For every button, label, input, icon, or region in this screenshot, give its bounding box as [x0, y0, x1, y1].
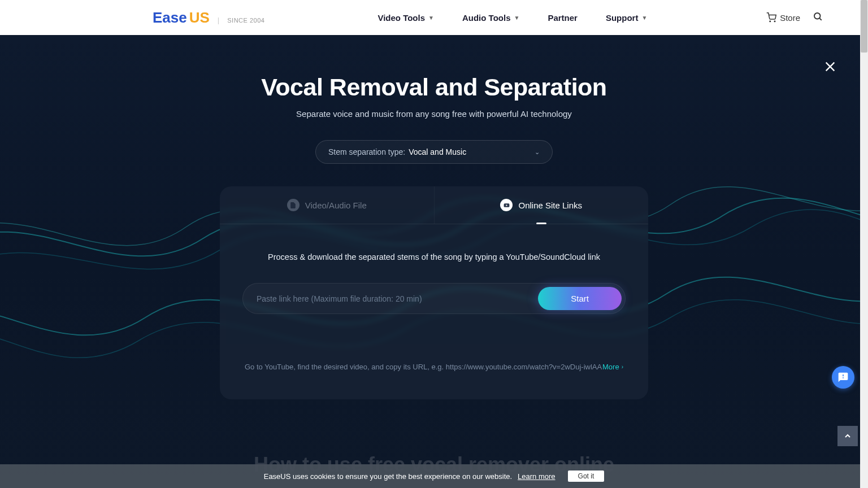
- svg-point-0: [770, 21, 771, 22]
- chat-help-icon: [837, 372, 849, 383]
- video-site-icon: [500, 199, 513, 211]
- file-icon: [287, 199, 300, 211]
- logo-us: US: [189, 9, 210, 27]
- header: EaseUS | SINCE 2004 Video Tools▼ Audio T…: [0, 0, 868, 35]
- nav: Video Tools▼ Audio Tools▼ Partner Suppor…: [377, 13, 647, 23]
- header-right: Store: [766, 11, 823, 24]
- start-button[interactable]: Start: [538, 287, 622, 310]
- input-row: Start: [242, 283, 626, 314]
- cookie-text: EaseUS uses cookies to ensure you get th…: [264, 472, 512, 481]
- chevron-down-icon: ⌄: [535, 149, 540, 156]
- tab-online-links[interactable]: Online Site Links: [435, 186, 649, 224]
- nav-audio-tools[interactable]: Audio Tools▼: [462, 13, 519, 23]
- nav-partner[interactable]: Partner: [548, 13, 578, 23]
- help-fab[interactable]: [832, 366, 854, 389]
- hint-row: Go to YouTube, find the desired video, a…: [242, 363, 626, 371]
- dropdown-value: Vocal and Music: [409, 147, 531, 156]
- scrollbar-thumb[interactable]: [861, 0, 867, 53]
- more-link[interactable]: More›: [602, 363, 623, 371]
- logo-ease: Ease: [153, 9, 187, 27]
- page-subtitle: Separate voice and music from any song f…: [0, 109, 868, 119]
- store-link[interactable]: Store: [766, 12, 800, 23]
- chevron-up-icon: [843, 432, 852, 441]
- link-input[interactable]: [257, 289, 538, 309]
- chevron-right-icon: ›: [622, 364, 623, 370]
- nav-video-tools[interactable]: Video Tools▼: [377, 13, 434, 23]
- upload-panel: Video/Audio File Online Site Links Proce…: [220, 186, 648, 399]
- chevron-down-icon: ▼: [428, 15, 434, 21]
- hint-text: Go to YouTube, find the desired video, a…: [245, 363, 602, 371]
- scroll-top-button[interactable]: [837, 426, 858, 446]
- tab-bar: Video/Audio File Online Site Links: [220, 186, 648, 224]
- close-button[interactable]: [824, 59, 836, 77]
- tab-file[interactable]: Video/Audio File: [220, 186, 435, 224]
- dropdown-label: Stem separation type:: [328, 147, 405, 156]
- cookie-accept-button[interactable]: Got it: [568, 470, 605, 482]
- logo-since: SINCE 2004: [227, 17, 264, 24]
- content: Vocal Removal and Separation Separate vo…: [0, 35, 868, 399]
- scrollbar[interactable]: [860, 0, 868, 488]
- panel-body: Process & download the separated stems o…: [220, 224, 648, 382]
- instruction-text: Process & download the separated stems o…: [242, 252, 626, 262]
- search-icon: [813, 11, 823, 21]
- cart-icon: [766, 12, 776, 23]
- chevron-down-icon: ▼: [641, 15, 647, 21]
- stem-type-dropdown[interactable]: Stem separation type: Vocal and Music ⌄: [315, 140, 553, 164]
- chevron-down-icon: ▼: [514, 15, 519, 21]
- svg-point-1: [774, 21, 775, 22]
- hero-section: Vocal Removal and Separation Separate vo…: [0, 35, 868, 488]
- cookie-learn-more[interactable]: Learn more: [518, 472, 555, 481]
- logo-divider: |: [218, 16, 219, 24]
- search-button[interactable]: [813, 11, 823, 24]
- svg-line-3: [819, 18, 821, 20]
- page-title: Vocal Removal and Separation: [0, 73, 868, 101]
- close-icon: [824, 60, 836, 73]
- nav-support[interactable]: Support▼: [606, 13, 647, 23]
- cookie-bar: EaseUS uses cookies to ensure you get th…: [0, 464, 868, 488]
- svg-point-2: [814, 13, 821, 19]
- logo[interactable]: EaseUS | SINCE 2004: [153, 9, 264, 27]
- tab-label: Video/Audio File: [305, 201, 367, 210]
- tab-label: Online Site Links: [518, 201, 582, 210]
